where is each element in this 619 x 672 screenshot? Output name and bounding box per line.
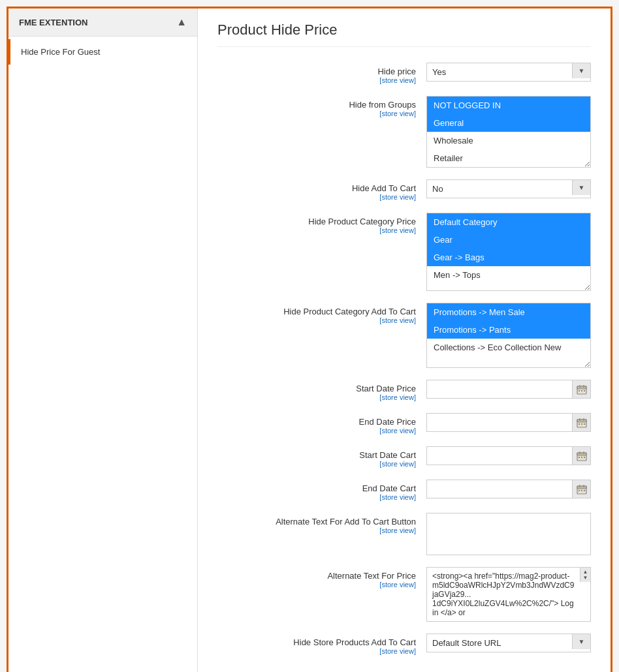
page-title: Product Hide Price xyxy=(217,22,591,47)
start-date-cart-label: Start Date Cart [store view] xyxy=(217,446,426,468)
end-date-price-input[interactable] xyxy=(427,414,572,431)
sidebar-toggle-icon[interactable]: ▲ xyxy=(176,16,187,28)
end-date-price-control xyxy=(426,413,591,432)
category-price-list[interactable]: Default Category Gear Gear -> Bags Men -… xyxy=(426,213,591,291)
alternate-text-price-content[interactable]: <strong><a href="https://mag2-product-m5… xyxy=(427,568,580,621)
list-item[interactable]: Collections -> Eco Collection New xyxy=(427,339,590,356)
list-item[interactable]: Gear -> Bags xyxy=(427,249,590,266)
svg-rect-12 xyxy=(581,423,582,425)
hide-from-groups-label: Hide from Groups [store view] xyxy=(217,96,426,117)
alternate-text-add-to-cart-textarea[interactable] xyxy=(427,513,590,553)
hide-store-products-add-to-cart-control: Default Store URL ▼ xyxy=(426,634,591,652)
end-date-cart-calendar-icon[interactable] xyxy=(572,480,590,498)
alternate-text-add-to-cart-textarea-wrap xyxy=(426,513,591,555)
list-item[interactable]: Men -> Tops xyxy=(427,266,590,284)
start-date-cart-calendar-icon[interactable] xyxy=(572,447,590,465)
scroll-down-icon[interactable]: ▼ xyxy=(583,575,588,581)
list-item[interactable]: General xyxy=(427,114,590,132)
end-date-price-label: End Date Price [store view] xyxy=(217,413,426,435)
start-date-cart-row: Start Date Cart [store view] xyxy=(217,446,591,468)
hide-product-category-price-row: Hide Product Category Price [store view]… xyxy=(217,213,591,291)
hide-product-category-price-label: Hide Product Category Price [store view] xyxy=(217,213,426,234)
start-date-price-row: Start Date Price [store view] xyxy=(217,380,591,401)
hide-product-category-add-to-cart-row: Hide Product Category Add To Cart [store… xyxy=(217,303,591,368)
end-date-cart-control xyxy=(426,480,591,498)
start-date-price-input[interactable] xyxy=(427,380,572,398)
alternate-text-price-row: Alternate Text For Price [store view] <s… xyxy=(217,567,591,622)
svg-rect-27 xyxy=(584,490,585,491)
svg-rect-13 xyxy=(584,423,585,425)
svg-rect-15 xyxy=(577,453,586,455)
svg-rect-8 xyxy=(577,420,586,422)
hide-add-to-cart-control: No Yes ▼ xyxy=(426,179,591,198)
start-date-cart-control xyxy=(426,446,591,465)
hide-add-to-cart-select[interactable]: No Yes xyxy=(427,180,572,198)
svg-rect-20 xyxy=(584,457,585,458)
hide-store-products-add-to-cart-row: Hide Store Products Add To Cart [store v… xyxy=(217,634,591,655)
svg-rect-19 xyxy=(581,457,582,458)
alternate-text-price-scrollbar[interactable]: ▲ ▼ xyxy=(580,568,590,582)
hide-product-category-add-to-cart-label: Hide Product Category Add To Cart [store… xyxy=(217,303,426,324)
list-item[interactable]: Promotions -> Men Sale xyxy=(427,303,590,321)
hide-add-to-cart-dropdown[interactable]: No Yes ▼ xyxy=(426,179,591,198)
end-date-price-input-wrap xyxy=(426,413,591,432)
hide-store-products-dropdown[interactable]: Default Store URL ▼ xyxy=(426,634,591,652)
alternate-text-add-to-cart-row: Alternate Text For Add To Cart Button [s… xyxy=(217,513,591,555)
hide-from-groups-list[interactable]: NOT LOGGED IN General Wholesale Retailer xyxy=(426,96,591,168)
start-date-cart-input-wrap xyxy=(426,446,591,465)
svg-rect-11 xyxy=(579,423,580,425)
hide-price-control: Yes No ▼ xyxy=(426,63,591,82)
promotions-list[interactable]: Promotions -> Men Sale Promotions -> Pan… xyxy=(426,303,591,368)
list-item[interactable]: Promotions -> Pants xyxy=(427,321,590,339)
hide-product-category-price-control: Default Category Gear Gear -> Bags Men -… xyxy=(426,213,591,291)
start-date-price-calendar-icon[interactable] xyxy=(572,380,590,398)
end-date-cart-input-wrap xyxy=(426,480,591,498)
svg-rect-5 xyxy=(581,390,582,391)
hide-store-products-arrow-icon: ▼ xyxy=(572,634,590,649)
svg-rect-26 xyxy=(581,490,582,491)
list-item[interactable]: NOT LOGGED IN xyxy=(427,97,590,114)
svg-rect-1 xyxy=(577,386,586,389)
list-item[interactable]: Retailer xyxy=(427,149,590,167)
sidebar-title: FME EXTENTION xyxy=(19,18,87,27)
svg-rect-18 xyxy=(579,457,580,458)
alternate-text-price-wrap: <strong><a href="https://mag2-product-m5… xyxy=(426,567,591,622)
hide-product-category-add-to-cart-control: Promotions -> Men Sale Promotions -> Pan… xyxy=(426,303,591,368)
hide-from-groups-control: NOT LOGGED IN General Wholesale Retailer xyxy=(426,96,591,168)
sidebar-item-hide-price-guest[interactable]: Hide Price For Guest xyxy=(8,39,197,65)
hide-price-label: Hide price [store view] xyxy=(217,63,426,84)
sidebar-item-label: Hide Price For Guest xyxy=(21,47,100,57)
end-date-cart-row: End Date Cart [store view] xyxy=(217,480,591,501)
end-date-cart-input[interactable] xyxy=(427,480,572,498)
list-item[interactable]: Wholesale xyxy=(427,132,590,149)
hide-add-to-cart-arrow-icon: ▼ xyxy=(572,180,590,195)
svg-rect-6 xyxy=(584,390,585,391)
start-date-price-label: Start Date Price [store view] xyxy=(217,380,426,401)
hide-price-row: Hide price [store view] Yes No ▼ xyxy=(217,63,591,84)
start-date-price-control xyxy=(426,380,591,399)
list-item[interactable]: Gear xyxy=(427,231,590,249)
hide-price-select[interactable]: Yes No xyxy=(427,63,572,81)
alternate-text-price-label: Alternate Text For Price [store view] xyxy=(217,567,426,588)
hide-store-products-add-to-cart-label: Hide Store Products Add To Cart [store v… xyxy=(217,634,426,655)
start-date-price-input-wrap xyxy=(426,380,591,399)
svg-rect-22 xyxy=(577,486,586,489)
hide-price-arrow-icon: ▼ xyxy=(572,63,590,78)
alternate-text-price-control: <strong><a href="https://mag2-product-m5… xyxy=(426,567,591,622)
start-date-cart-input[interactable] xyxy=(427,447,572,465)
alternate-text-add-to-cart-control xyxy=(426,513,591,555)
hide-store-products-select[interactable]: Default Store URL xyxy=(427,634,572,652)
list-item[interactable]: Default Category xyxy=(427,213,590,231)
sidebar: FME EXTENTION ▲ Hide Price For Guest xyxy=(8,8,198,672)
scroll-up-icon[interactable]: ▲ xyxy=(583,569,588,575)
sidebar-header: FME EXTENTION ▲ xyxy=(8,8,197,37)
end-date-price-row: End Date Price [store view] xyxy=(217,413,591,435)
end-date-price-calendar-icon[interactable] xyxy=(572,414,590,431)
svg-rect-4 xyxy=(579,390,580,391)
hide-price-dropdown[interactable]: Yes No ▼ xyxy=(426,63,591,82)
hide-from-groups-row: Hide from Groups [store view] NOT LOGGED… xyxy=(217,96,591,168)
end-date-cart-label: End Date Cart [store view] xyxy=(217,480,426,501)
alternate-text-add-to-cart-label: Alternate Text For Add To Cart Button [s… xyxy=(217,513,426,534)
main-content: Product Hide Price Hide price [store vie… xyxy=(198,8,611,672)
hide-add-to-cart-label: Hide Add To Cart [store view] xyxy=(217,179,426,201)
